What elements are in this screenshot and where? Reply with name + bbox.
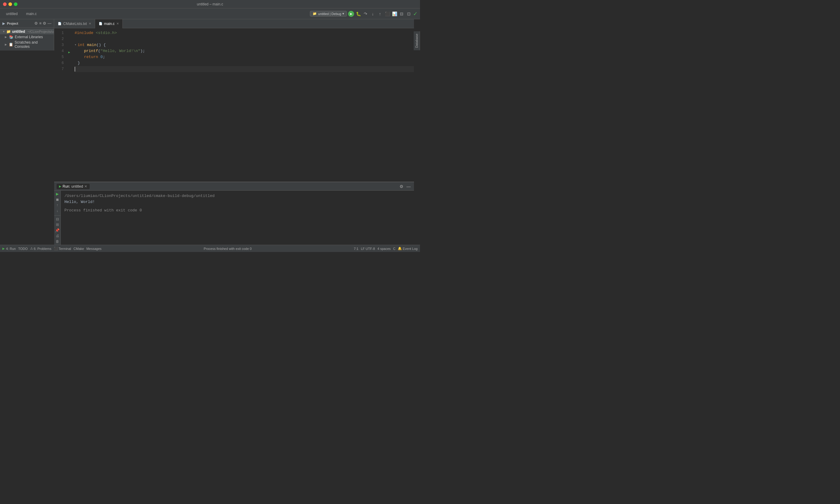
- editor-tab-mainc[interactable]: 📄 main.c ✕: [95, 19, 123, 28]
- status-cmake[interactable]: CMake: [73, 247, 84, 251]
- run-path-line: /Users/liumiao/CLionProjects/untitled/cm…: [64, 193, 410, 199]
- indent-label: 4 spaces: [377, 247, 390, 251]
- status-terminal[interactable]: ⬛ Terminal: [54, 247, 71, 251]
- run-down-icon[interactable]: ↓: [55, 209, 60, 213]
- step-into-button[interactable]: ↓: [370, 11, 376, 17]
- status-run-icon: ▶: [2, 247, 5, 250]
- run-tab-icon: ▶: [59, 185, 62, 188]
- run-panel-icon2[interactable]: ⊞: [55, 222, 60, 227]
- sidebar-settings-icon[interactable]: ⚙: [34, 21, 38, 25]
- mainc-tab-close[interactable]: ✕: [117, 22, 119, 25]
- toolbar-tab-mainc[interactable]: main.c: [22, 11, 40, 17]
- maximize-button[interactable]: [14, 2, 17, 6]
- tree-item-untitled[interactable]: ▼ 📁 untitled ~/CLionProjects/untitled: [0, 29, 54, 34]
- title-bar: untitled – main.c: [0, 0, 420, 8]
- config-dropdown-icon: ▾: [343, 12, 344, 16]
- window-controls: [3, 2, 17, 6]
- editor-tab-cmake[interactable]: 📄 CMakeLists.txt ✕: [54, 19, 95, 28]
- step-over-button[interactable]: ↷: [363, 11, 369, 17]
- cmake-tab-icon: 📄: [58, 22, 62, 25]
- code-line-1: #include <stdio.h>: [75, 30, 414, 36]
- status-run-label: 4: Run: [6, 247, 16, 251]
- bottom-close-icon[interactable]: —: [406, 183, 412, 190]
- scratch-icon: 📋: [9, 42, 13, 47]
- sidebar-gear-icon[interactable]: ⚙: [43, 21, 46, 25]
- code-line-2: [75, 36, 414, 42]
- status-todo-label: TODO: [18, 247, 28, 251]
- code-line-3: ▾int main() {: [75, 42, 414, 48]
- status-right: 7:1 LF UTF-8 4 spaces C 🔔 Event Log: [354, 247, 418, 251]
- run-rerun-icon[interactable]: ↑: [55, 203, 60, 208]
- tree-item-path: ~/CLionProjects/untitled: [28, 30, 54, 33]
- run-output: /Users/liumiao/CLionProjects/untitled/cm…: [61, 191, 414, 245]
- status-bar: ▶ 4: Run TODO ⚠ 6: Problems ⬛ Terminal C…: [0, 245, 420, 252]
- lang-label: C: [393, 247, 396, 251]
- run-button[interactable]: ▶: [348, 11, 354, 17]
- editor-container: 📄 CMakeLists.txt ✕ 📄 main.c ✕ 1 2 3 4 5 …: [54, 19, 414, 245]
- event-log-icon: 🔔: [398, 247, 402, 251]
- run-panel-icon3[interactable]: 🖨: [55, 234, 60, 238]
- sidebar-tree: ▼ 📁 untitled ~/CLionProjects/untitled ▶ …: [0, 28, 54, 51]
- run-panel: ▶ ⏹ ↑ ↓ ⊟ ⊞ 📌 🖨 🗑 /Users/liumiao/CLionPr…: [54, 191, 414, 245]
- run-play-icon[interactable]: ▶: [55, 192, 60, 196]
- coverage-button[interactable]: 📊: [391, 11, 398, 17]
- text-cursor: [75, 67, 75, 72]
- tree-item-scratches[interactable]: ▶ 📋 Scratches and Consoles: [0, 40, 54, 49]
- config-icon: 📁: [313, 12, 317, 16]
- tree-arrow-icon-libs: ▶: [5, 35, 8, 38]
- sidebar-header: ▶ Project ⚙ ≡ ⚙ —: [0, 19, 54, 28]
- database-panel-label[interactable]: Database: [414, 31, 420, 50]
- status-run-button[interactable]: ▶ 4: Run: [2, 247, 16, 251]
- tree-item-external-libraries[interactable]: ▶ 📚 External Libraries: [0, 34, 54, 40]
- event-log-button[interactable]: 🔔 Event Log: [398, 247, 418, 251]
- status-todo[interactable]: TODO: [18, 247, 28, 251]
- run-config-selector[interactable]: 📁 untitled | Debug ▾: [310, 11, 347, 17]
- run-panel-icon1[interactable]: ⊟: [55, 217, 60, 221]
- run-icon: ▶: [350, 12, 352, 15]
- bottom-settings-icon[interactable]: ⚙: [398, 183, 404, 190]
- run-hello-output: Hello, World!: [64, 199, 410, 205]
- run-stop-icon[interactable]: ⏹: [55, 198, 60, 202]
- window-title: untitled – main.c: [197, 2, 223, 6]
- sidebar-minimize-icon[interactable]: —: [48, 21, 51, 25]
- layout-button[interactable]: ⊟: [399, 11, 405, 17]
- run-tab-close[interactable]: ✕: [84, 184, 87, 188]
- tree-item-label-libraries: External Libraries: [15, 35, 43, 39]
- run-gutter-icon[interactable]: ▶: [67, 51, 71, 54]
- config-label: untitled | Debug: [318, 12, 341, 16]
- code-content[interactable]: #include <stdio.h> ▾int main() { printf(…: [72, 28, 414, 182]
- status-problems[interactable]: ⚠ 6: Problems: [30, 247, 51, 251]
- bottom-controls: ⚙ —: [398, 183, 412, 190]
- top-toolbar: untitled main.c 📁 untitled | Debug ▾ ▶ 🐛…: [0, 8, 420, 19]
- code-editor[interactable]: 1 2 3 4 5 6 7 ▶ #include <stdio.h>: [54, 28, 414, 182]
- run-exit-line: Process finished with exit code 0: [64, 208, 410, 214]
- run-trash-icon[interactable]: 🗑: [55, 239, 60, 244]
- bottom-tab-bar: ▶ Run: untitled ✕ ⚙ —: [54, 182, 414, 191]
- cmake-tab-label: CMakeLists.txt: [63, 22, 87, 26]
- editor-tab-bar: 📄 CMakeLists.txt ✕ 📄 main.c ✕: [54, 19, 414, 28]
- toolbar-tab-untitled[interactable]: untitled: [2, 11, 21, 17]
- sidebar-sync-icon[interactable]: ≡: [39, 21, 41, 25]
- sidebar-title: Project: [7, 22, 33, 25]
- debug-button[interactable]: 🐛: [355, 11, 361, 17]
- tree-item-label-scratches: Scratches and Consoles: [14, 40, 51, 49]
- status-messages-label: Messages: [86, 247, 101, 251]
- code-line-4: printf("Hello, World!\n");: [75, 48, 414, 54]
- check-button[interactable]: ✓: [413, 11, 418, 17]
- cmake-tab-close[interactable]: ✕: [89, 22, 91, 25]
- status-problems-label: 6: Problems: [34, 247, 51, 251]
- stop-button[interactable]: ⬛: [384, 11, 390, 17]
- run-tab[interactable]: ▶ Run: untitled ✕: [56, 184, 90, 189]
- mainc-tab-label: main.c: [104, 22, 115, 26]
- cursor-pos: 7:1: [354, 247, 358, 251]
- status-messages[interactable]: Messages: [86, 247, 101, 251]
- expand-button[interactable]: ⊡: [406, 11, 412, 17]
- bottom-panel: ▶ Run: untitled ✕ ⚙ — ▶ ⏹ ↑ ↓: [54, 182, 414, 245]
- run-panel-sidebar: ▶ ⏹ ↑ ↓ ⊟ ⊞ 📌 🖨 🗑: [54, 191, 61, 245]
- run-tab-label: Run:: [63, 184, 70, 188]
- minimize-button[interactable]: [8, 2, 12, 6]
- code-line-6: ▾}: [75, 60, 414, 66]
- close-button[interactable]: [3, 2, 6, 6]
- run-pin-icon[interactable]: 📌: [55, 228, 60, 232]
- step-out-button[interactable]: ↑: [377, 11, 383, 17]
